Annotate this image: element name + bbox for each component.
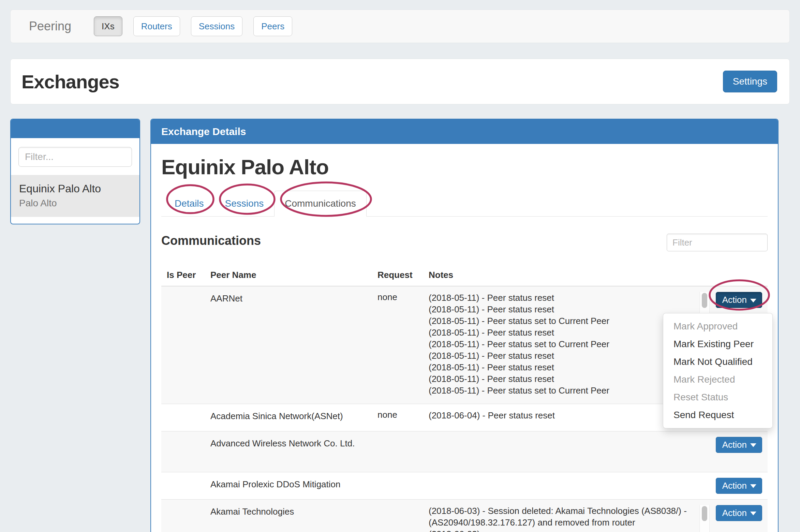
- cell-request: [372, 472, 423, 499]
- cell-action: Action: [706, 431, 768, 472]
- page: Peering IXs Routers Sessions Peers Excha…: [0, 0, 800, 532]
- cell-is-peer: [161, 404, 205, 431]
- action-dropdown-menu: Mark Approved Mark Existing Peer Mark No…: [663, 313, 773, 428]
- exchange-details-panel-header: Exchange Details: [151, 119, 778, 144]
- cell-peer-name: AARNet: [205, 286, 372, 404]
- cell-notes: [423, 472, 706, 499]
- table-row-akamai-technologies: Akamai Technologies (2018-06-03) - Sessi…: [161, 499, 768, 532]
- tab-sessions[interactable]: Sessions: [214, 191, 275, 217]
- page-title: Exchanges: [21, 71, 119, 93]
- caret-down-icon: [750, 299, 756, 302]
- note-entry: (2018-05-11) - Peer status set to Curren…: [429, 385, 700, 396]
- exchange-details-body: Equinix Palo Alto Details Sessions Commu…: [151, 144, 778, 532]
- menu-item-mark-existing-peer[interactable]: Mark Existing Peer: [663, 335, 772, 353]
- caret-down-icon: [750, 443, 756, 447]
- exchange-list-body: [11, 138, 139, 175]
- nav-button-sessions[interactable]: Sessions: [191, 16, 243, 36]
- tab-communications[interactable]: Communications: [274, 191, 367, 217]
- menu-item-mark-approved[interactable]: Mark Approved: [663, 317, 772, 335]
- cell-action: Action: [706, 499, 768, 532]
- communications-table: Is Peer Peer Name Request Notes AARNet: [161, 264, 768, 532]
- action-button-akamai-prolexic[interactable]: Action: [716, 478, 762, 494]
- cell-request: none: [372, 286, 423, 404]
- cell-peer-name: Advanced Wireless Network Co. Ltd.: [205, 431, 372, 472]
- exchange-details-panel: Exchange Details Equinix Palo Alto Detai…: [150, 119, 779, 532]
- notes-scrollbar[interactable]: [699, 505, 710, 532]
- sidebar-filter-input[interactable]: [18, 147, 132, 167]
- table-header-row: Is Peer Peer Name Request Notes: [161, 264, 768, 286]
- exchange-item-location: Palo Alto: [19, 198, 131, 209]
- note-entry: (2018-05-11) - Peer status reset: [429, 327, 700, 338]
- menu-item-reset-status[interactable]: Reset Status: [663, 388, 772, 406]
- col-header-notes: Notes: [423, 264, 706, 286]
- cell-action: Action Mark Approved Mark Existing Peer …: [706, 286, 768, 404]
- cell-request: [372, 499, 423, 532]
- notes-scrollbar-thumb[interactable]: [702, 506, 707, 521]
- col-header-action: [706, 264, 768, 286]
- action-button-akamai-technologies[interactable]: Action: [716, 505, 762, 521]
- cell-request: none: [372, 404, 423, 431]
- cell-request: [372, 431, 423, 472]
- exchange-details-panel-title: Exchange Details: [161, 126, 246, 137]
- table-row-aarnet: AARNet none (2018-05-11) - Peer status r…: [161, 286, 768, 404]
- note-entry: (2018-06-03) -: [429, 528, 700, 532]
- note-entry: (2018-05-11) - Peer status reset: [429, 292, 700, 304]
- exchange-name-heading: Equinix Palo Alto: [161, 155, 768, 179]
- exchange-item-name: Equinix Palo Alto: [19, 182, 131, 195]
- communications-section-header: Communications: [161, 234, 768, 251]
- cell-action: Action: [706, 472, 768, 499]
- exchange-list-panel-header: [11, 119, 139, 138]
- menu-item-send-request[interactable]: Send Request: [663, 406, 772, 424]
- note-entry: (2018-05-11) - Peer status reset: [429, 361, 700, 373]
- cell-is-peer: [161, 499, 205, 532]
- cell-notes: (2018-06-03) - Session deleted: Akamai T…: [423, 499, 706, 532]
- cell-peer-name: Akamai Technologies: [205, 499, 372, 532]
- exchange-list-panel: Equinix Palo Alto Palo Alto: [10, 119, 140, 224]
- action-button-aarnet[interactable]: Action: [716, 292, 762, 308]
- cell-is-peer: [161, 286, 205, 404]
- nav-button-ixs[interactable]: IXs: [94, 16, 122, 36]
- cell-peer-name: Akamai Prolexic DDoS Mitigation: [205, 472, 372, 499]
- cell-is-peer: [161, 431, 205, 472]
- brand-peering: Peering: [29, 19, 71, 33]
- menu-item-mark-rejected[interactable]: Mark Rejected: [663, 371, 772, 388]
- communications-heading: Communications: [161, 234, 261, 248]
- cell-notes: [423, 431, 706, 472]
- tab-details[interactable]: Details: [164, 191, 214, 217]
- table-row-akamai-prolexic: Akamai Prolexic DDoS Mitigation Action: [161, 472, 768, 499]
- note-entry: (2018-06-04) - Peer status reset: [429, 410, 700, 421]
- settings-button[interactable]: Settings: [723, 71, 777, 92]
- nav-button-routers[interactable]: Routers: [133, 16, 180, 36]
- notes-scrollbar-thumb[interactable]: [702, 293, 707, 308]
- note-entry: (2018-05-11) - Peer status set to Curren…: [429, 315, 700, 327]
- caret-down-icon: [750, 512, 756, 515]
- menu-item-mark-not-qualified[interactable]: Mark Not Qualified: [663, 353, 772, 371]
- table-row-advanced-wireless: Advanced Wireless Network Co. Ltd. Actio…: [161, 431, 768, 472]
- communications-filter-input[interactable]: [667, 234, 768, 251]
- caret-down-icon: [750, 484, 756, 488]
- note-entry: (2018-05-11) - Peer status set to Curren…: [429, 338, 700, 350]
- top-navbar: Peering IXs Routers Sessions Peers: [10, 10, 790, 43]
- cell-is-peer: [161, 472, 205, 499]
- col-header-request: Request: [372, 264, 423, 286]
- note-entry: (2018-05-11) - Peer status reset: [429, 350, 700, 361]
- sidebar-item-equinix-palo-alto[interactable]: Equinix Palo Alto Palo Alto: [11, 175, 139, 217]
- col-header-peer-name: Peer Name: [205, 264, 372, 286]
- cell-peer-name: Academia Sinica Network(ASNet): [205, 404, 372, 431]
- note-entry: (2018-05-11) - Peer status reset: [429, 304, 700, 315]
- note-entry: (2018-05-11) - Peer status reset: [429, 373, 700, 385]
- detail-tabs: Details Sessions Communications: [161, 191, 768, 217]
- exchanges-header-panel: Exchanges Settings: [10, 59, 790, 104]
- action-button-advanced-wireless[interactable]: Action: [716, 437, 762, 453]
- note-entry: (2018-06-03) - Session deleted: Akamai T…: [429, 505, 700, 528]
- nav-button-peers[interactable]: Peers: [253, 16, 292, 36]
- col-header-is-peer: Is Peer: [161, 264, 205, 286]
